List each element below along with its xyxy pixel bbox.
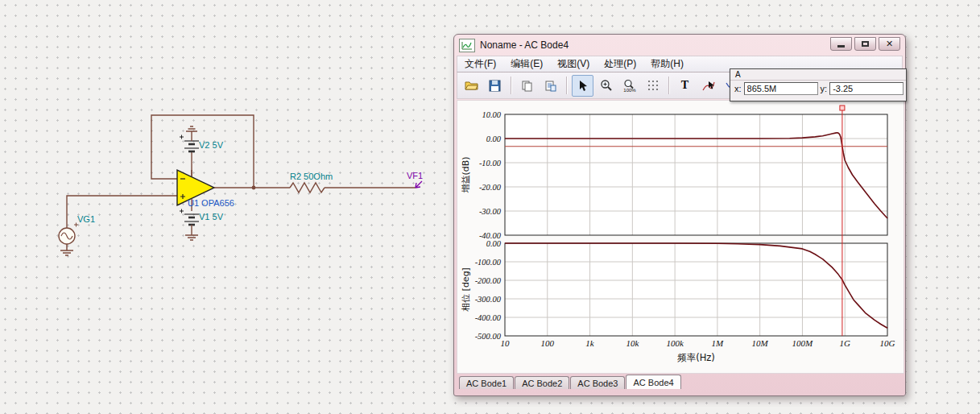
svg-text:10.00: 10.00 [482,110,501,119]
u1-label: U1 OPA656 [188,198,234,208]
cursor-y-label: y: [821,84,828,93]
svg-text:-500.00: -500.00 [475,332,502,341]
save-button[interactable] [484,75,506,97]
ground-symbol [185,235,198,240]
menu-process[interactable]: 处理(P) [597,56,643,72]
schematic-canvas[interactable]: VG1 V2 5V U1 OPA656 [0,0,453,414]
app-icon [459,39,475,52]
pointer-tool[interactable] [572,75,593,97]
zoom-in-tool[interactable] [595,75,617,97]
maximize-button[interactable] [854,37,876,51]
ground-symbol [186,126,197,131]
tab-ac-bode3[interactable]: AC Bode3 [570,376,625,389]
cursor-coordinate-panel[interactable]: A x: y: [730,68,907,101]
tab-ac-bode1[interactable]: AC Bode1 [459,376,514,389]
cursor-handle [840,106,845,110]
svg-text:100M: 100M [792,338,814,348]
ground-symbol [60,244,73,255]
svg-text:-20.00: -20.00 [479,183,502,192]
svg-text:100k: 100k [666,338,684,348]
svg-text:10: 10 [501,338,511,348]
svg-text:0.00: 0.00 [486,239,502,248]
tab-ac-bode2[interactable]: AC Bode2 [515,376,569,389]
svg-text:1k: 1k [585,338,595,348]
wire-node [252,186,256,190]
svg-text:频率(Hz): 频率(Hz) [677,352,715,363]
tab-ac-bode4[interactable]: AC Bode4 [626,375,680,389]
text-tool[interactable]: T [674,75,696,97]
svg-text:10M: 10M [752,338,769,348]
open-button[interactable] [461,75,482,97]
menu-view[interactable]: 视图(V) [550,56,597,72]
svg-text:1G: 1G [839,338,850,348]
svg-text:100: 100 [541,338,555,348]
svg-text:-30.00: -30.00 [479,207,502,216]
cursor-panel-title: A [730,69,906,81]
menu-file[interactable]: 文件(F) [457,56,503,72]
copy-page-button[interactable] [540,75,561,97]
probe-vf1[interactable]: VF1 [407,171,423,188]
menu-help[interactable]: 帮助(H) [643,56,691,72]
feedback-wire[interactable] [151,115,254,188]
bode-plot[interactable]: 10.000.00-10.00-20.00-30.00-40.00增益(dB)0… [457,101,905,375]
resistor-r2[interactable]: R2 50Ohm [214,172,416,193]
r2-label: R2 50Ohm [290,172,333,181]
cursor-x-label: x: [734,84,742,93]
toolbar-separator [668,77,669,94]
svg-text:10k: 10k [626,338,639,348]
copy-button[interactable] [516,75,538,97]
svg-text:1M: 1M [712,338,725,348]
minimize-button[interactable] [830,37,852,51]
vg1-label: VG1 [77,214,95,224]
svg-text:0.00: 0.00 [486,135,502,143]
tabbar: AC Bode1 AC Bode2 AC Bode3 AC Bode4 [459,375,682,389]
opamp-u1[interactable]: U1 OPA656 [177,170,234,211]
battery-v1[interactable]: V1 5V [180,209,224,241]
voltage-generator-vg1[interactable]: VG1 [59,196,177,255]
svg-text:相位 [deg]: 相位 [deg] [461,267,471,312]
toolbar-separator [511,77,511,94]
cursor-y-value[interactable] [829,82,904,95]
v2-label: V2 5V [199,140,224,150]
window-title: Noname - AC Bode4 [480,39,569,51]
svg-text:-100.00: -100.00 [475,258,502,267]
battery-v2[interactable]: V2 5V [180,126,224,176]
zoom-100-tool[interactable]: 100% [618,75,640,97]
svg-text:增益(dB): 增益(dB) [461,156,471,193]
titlebar[interactable]: Noname - AC Bode4 ✕ [454,35,905,56]
cursor-x-value[interactable] [744,82,818,95]
svg-text:100%: 100% [623,88,636,93]
toolbar-separator [566,77,567,94]
svg-text:-300.00: -300.00 [475,295,502,304]
close-button[interactable]: ✕ [879,37,900,51]
cursor-a-tool[interactable] [697,75,719,97]
vf1-label: VF1 [407,171,423,180]
grid-toggle[interactable] [642,75,664,97]
svg-text:-400.00: -400.00 [475,313,502,322]
menu-edit[interactable]: 编辑(E) [503,56,550,72]
v1-label: V1 5V [199,212,224,221]
bode-window: Noname - AC Bode4 ✕ 文件(F) 编辑(E) 视图(V) 处理… [453,34,906,396]
plot-area: 10.000.00-10.00-20.00-30.00-40.00增益(dB)0… [457,100,904,374]
svg-text:-200.00: -200.00 [475,276,502,285]
schematic-desktop: VG1 V2 5V U1 OPA656 [0,0,980,414]
svg-text:10G: 10G [880,338,895,348]
svg-text:-10.00: -10.00 [479,159,502,168]
